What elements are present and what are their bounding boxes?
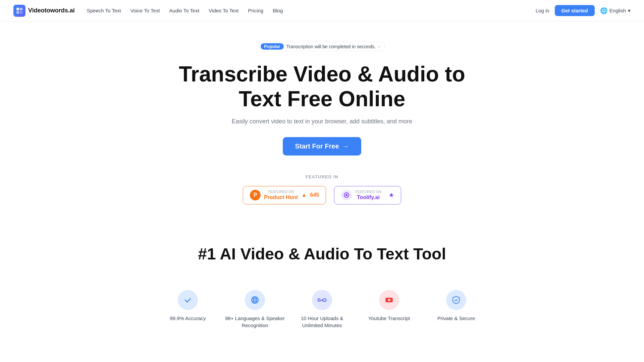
toolify-logo: [341, 190, 352, 200]
infinity-icon: [312, 290, 332, 310]
nav-blog[interactable]: Blog: [273, 8, 283, 13]
featured-label: FEATURED IN: [306, 174, 338, 179]
login-button[interactable]: Log in: [536, 8, 549, 13]
svg-point-5: [345, 194, 347, 196]
ph-name: Product Hunt: [264, 194, 298, 200]
section2-title: #1 AI Video & Audio To Text Tool: [7, 245, 637, 263]
featured-badges: P FEATURED ON Product Hunt ▲ 645 FEATURE: [243, 186, 401, 204]
arrow-right-icon: →: [342, 142, 349, 150]
secure-label: Private & Secure: [437, 315, 475, 322]
flag-icon: 🌐: [600, 7, 607, 14]
start-for-free-button[interactable]: Start For Free →: [283, 137, 361, 156]
feature-uploads: 10 Hour Uploads & Unlimited Minutes: [288, 283, 356, 336]
svg-rect-1: [20, 8, 22, 10]
feature-youtube: Youtube Transcript: [356, 283, 423, 336]
chevron-down-icon: ▾: [628, 8, 631, 14]
shield-icon: [446, 290, 466, 310]
brand-name: Videotowords.ai: [28, 7, 75, 14]
logo[interactable]: Videotowords.ai: [13, 5, 75, 17]
nav-audio-to-text[interactable]: Audio To Text: [169, 8, 200, 13]
logo-icon: [13, 5, 25, 17]
nav-voice-to-text[interactable]: Voice To Text: [130, 8, 160, 13]
feature-secure: Private & Secure: [423, 283, 490, 336]
navbar: Videotowords.ai Speech To Text Voice To …: [0, 0, 644, 21]
feature-languages: 98+ Languages & Speaker Recognition: [221, 283, 288, 336]
toolify-star-icon: ★: [389, 191, 394, 199]
product-hunt-logo: P: [250, 190, 261, 200]
nav-speech-to-text[interactable]: Speech To Text: [87, 8, 121, 13]
badge-arrow-icon: ›: [378, 44, 380, 49]
start-free-label: Start For Free: [295, 142, 339, 150]
feature-accuracy: 99.9% Accuracy: [154, 283, 221, 336]
nav-pricing[interactable]: Pricing: [248, 8, 263, 13]
globe-icon: [245, 290, 265, 310]
uploads-label: 10 Hour Uploads & Unlimited Minutes: [292, 315, 352, 329]
navbar-left: Videotowords.ai Speech To Text Voice To …: [13, 5, 283, 17]
accuracy-label: 99.9% Accuracy: [170, 315, 206, 322]
ph-count: 645: [310, 192, 319, 198]
nav-links: Speech To Text Voice To Text Audio To Te…: [87, 8, 283, 13]
toolify-badge[interactable]: FEATURED ON Toolify.ai ★: [334, 186, 401, 204]
nav-video-to-text[interactable]: Video To Text: [209, 8, 238, 13]
svg-rect-3: [20, 11, 22, 14]
ph-upvote-icon: ▲: [301, 192, 307, 198]
youtube-icon: [379, 290, 399, 310]
badge-text: Transcription will be completed in secon…: [286, 44, 376, 49]
announcement-badge[interactable]: Popular Transcription will be completed …: [259, 42, 385, 51]
featured-in-section: FEATURED IN P FEATURED ON Product Hunt ▲…: [7, 174, 637, 204]
svg-rect-0: [16, 8, 19, 10]
product-hunt-badge[interactable]: P FEATURED ON Product Hunt ▲ 645: [243, 186, 326, 204]
get-started-button[interactable]: Get started: [555, 5, 595, 16]
language-selector[interactable]: 🌐 English ▾: [600, 7, 631, 14]
ph-featured-text: FEATURED ON: [264, 190, 298, 194]
languages-label: 98+ Languages & Speaker Recognition: [225, 315, 285, 329]
navbar-right: Log in Get started 🌐 English ▾: [536, 5, 631, 16]
svg-rect-2: [16, 11, 19, 14]
popular-badge: Popular: [261, 43, 283, 50]
language-label: English: [609, 8, 626, 13]
toolify-text: FEATURED ON Toolify.ai: [355, 190, 381, 200]
youtube-label: Youtube Transcript: [368, 315, 410, 322]
features-section: #1 AI Video & Audio To Text Tool 99.9% A…: [0, 218, 644, 349]
hero-title: Transcribe Video & Audio to Text Free On…: [171, 62, 473, 111]
toolify-featured-text: FEATURED ON: [355, 190, 381, 194]
features-row: 99.9% Accuracy 98+ Languages & Speaker R…: [138, 283, 506, 336]
checkmark-icon: [178, 290, 198, 310]
hero-subtitle: Easily convert video to text in your bro…: [232, 118, 412, 125]
product-hunt-text: FEATURED ON Product Hunt: [264, 190, 298, 200]
hero-section: Popular Transcription will be completed …: [0, 21, 644, 218]
toolify-name: Toolify.ai: [355, 194, 381, 200]
